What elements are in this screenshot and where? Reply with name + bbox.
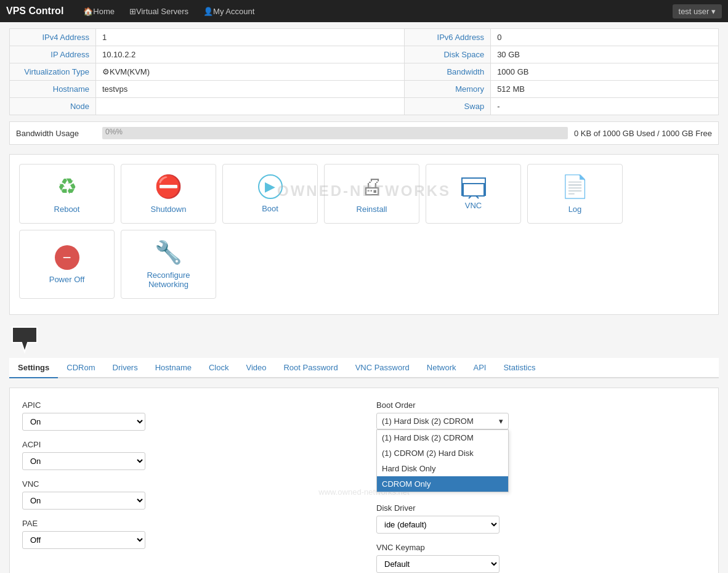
pae-select[interactable]: On Off bbox=[22, 531, 145, 549]
boot-option-cdrom-hd[interactable]: (1) CDROM (2) Hard Disk bbox=[377, 445, 508, 461]
ipv4-value: 1 bbox=[96, 29, 405, 46]
settings-tabs: Settings CDRom Drivers Hostname Clock Vi… bbox=[9, 358, 719, 378]
vnc-field-group: VNC On Off bbox=[22, 479, 352, 510]
boot-icon: ▶ bbox=[258, 174, 283, 199]
boot-order-container: (1) Hard Disk (2) CDROM ▾ (1) Hard Disk … bbox=[376, 413, 509, 429]
user-menu[interactable]: test user ▾ bbox=[673, 4, 722, 18]
tab-api[interactable]: API bbox=[464, 358, 495, 378]
table-row: Hostname testvps Memory 512 MB bbox=[10, 81, 719, 98]
main-content: IPv4 Address 1 IPv6 Address 0 IP Address… bbox=[0, 22, 728, 573]
reconfigure-network-icon: 🔧 bbox=[155, 240, 182, 266]
boot-order-chevron: ▾ bbox=[499, 417, 503, 426]
actions-panel: OWNED-NETWORKS ♻ Reboot ⛔ Shutdown ▶ Boo… bbox=[9, 154, 719, 315]
tab-root-password[interactable]: Root Password bbox=[275, 358, 346, 378]
nav-links: 🏠 Home ⊞ Virtual Servers 👤 My Account bbox=[76, 0, 672, 22]
tab-video[interactable]: Video bbox=[237, 358, 275, 378]
pae-field-group: PAE On Off bbox=[22, 519, 352, 549]
vnc-label: VNC bbox=[465, 201, 482, 210]
boot-order-label: Boot Order bbox=[376, 400, 706, 410]
reboot-icon: ♻ bbox=[57, 174, 77, 200]
nav-my-account[interactable]: 👤 My Account bbox=[196, 0, 262, 22]
memory-label: Memory bbox=[405, 81, 491, 98]
boot-option-cdrom-only[interactable]: CDROM Only bbox=[377, 476, 508, 492]
poweroff-label: Power Off bbox=[49, 275, 85, 284]
tab-cdrom[interactable]: CDRom bbox=[58, 358, 103, 378]
nav-virtual-servers[interactable]: ⊞ Virtual Servers bbox=[122, 0, 196, 22]
brand: VPS Control bbox=[6, 6, 63, 17]
bandwidth-bar-container: 0%% bbox=[102, 127, 568, 139]
actions-row-2: − Power Off 🔧 Reconfigure Networking bbox=[19, 230, 709, 299]
boot-order-selected-value: (1) Hard Disk (2) CDROM bbox=[382, 417, 474, 426]
vnc-icon bbox=[461, 177, 486, 196]
acpi-field-group: ACPI On Off bbox=[22, 440, 352, 470]
navbar: VPS Control 🏠 Home ⊞ Virtual Servers 👤 M… bbox=[0, 0, 728, 22]
tab-clock[interactable]: Clock bbox=[200, 358, 238, 378]
vnc-button[interactable]: VNC bbox=[426, 164, 521, 224]
log-button[interactable]: 📄 Log bbox=[527, 164, 623, 224]
vnc-select[interactable]: On Off bbox=[22, 492, 145, 510]
table-row: Virtualization Type ⚙KVM(KVM) Bandwidth … bbox=[10, 63, 719, 81]
acpi-select[interactable]: On Off bbox=[22, 452, 145, 470]
svg-rect-0 bbox=[463, 184, 484, 196]
boot-order-dropdown: (1) Hard Disk (2) CDROM (1) CDROM (2) Ha… bbox=[376, 429, 509, 492]
arrow-down-icon bbox=[9, 324, 40, 355]
vnc-keymap-field-group: VNC Keymap Default en-us en-gb de fr bbox=[376, 543, 706, 573]
apic-select[interactable]: On Off bbox=[22, 413, 145, 431]
bandwidth-usage-row: Bandwidth Usage 0%% 0 KB of 1000 GB Used… bbox=[9, 121, 719, 145]
shutdown-label: Shutdown bbox=[151, 205, 187, 214]
poweroff-icon: − bbox=[55, 245, 79, 270]
shutdown-icon: ⛔ bbox=[155, 174, 182, 200]
tab-hostname[interactable]: Hostname bbox=[147, 358, 200, 378]
tab-statistics[interactable]: Statistics bbox=[495, 358, 544, 378]
hostname-value: testvps bbox=[96, 81, 405, 98]
virt-label: Virtualization Type bbox=[10, 63, 96, 81]
memory-value: 512 MB bbox=[491, 81, 719, 98]
poweroff-button[interactable]: − Power Off bbox=[19, 230, 115, 299]
settings-inner: APIC On Off ACPI On Off VNC O bbox=[22, 400, 706, 573]
settings-left: APIC On Off ACPI On Off VNC O bbox=[22, 400, 352, 573]
reinstall-label: Reinstall bbox=[357, 205, 387, 214]
ipv6-value: 0 bbox=[491, 29, 719, 46]
bandwidth-value: 1000 GB bbox=[491, 63, 719, 81]
table-row: Node Swap - bbox=[10, 98, 719, 115]
arrow-down-wrapper bbox=[9, 324, 719, 355]
log-icon: 📄 bbox=[561, 174, 589, 200]
acpi-label: ACPI bbox=[22, 440, 352, 449]
boot-option-hd-only[interactable]: Hard Disk Only bbox=[377, 461, 508, 476]
reconfigure-label: Reconfigure Networking bbox=[134, 270, 203, 289]
disk-driver-field-group: Disk Driver ide (default) virtio scsi bbox=[376, 503, 706, 534]
table-row: IP Address 10.10.2.2 Disk Space 30 GB bbox=[10, 46, 719, 63]
node-label: Node bbox=[10, 98, 96, 115]
virt-value: ⚙KVM(KVM) bbox=[96, 63, 405, 81]
shutdown-button[interactable]: ⛔ Shutdown bbox=[121, 164, 216, 224]
boot-option-hd-cdrom[interactable]: (1) Hard Disk (2) CDROM bbox=[377, 430, 508, 445]
settings-panel: APIC On Off ACPI On Off VNC O bbox=[9, 388, 719, 573]
reboot-button[interactable]: ♻ Reboot bbox=[19, 164, 115, 224]
boot-button[interactable]: ▶ Boot bbox=[222, 164, 318, 224]
tab-drivers[interactable]: Drivers bbox=[104, 358, 147, 378]
tab-vnc-password[interactable]: VNC Password bbox=[347, 358, 418, 378]
nav-home[interactable]: 🏠 Home bbox=[76, 0, 122, 22]
table-row: IPv4 Address 1 IPv6 Address 0 bbox=[10, 29, 719, 46]
reconfigure-networking-button[interactable]: 🔧 Reconfigure Networking bbox=[121, 230, 216, 299]
boot-order-select-bar[interactable]: (1) Hard Disk (2) CDROM ▾ bbox=[376, 413, 509, 429]
vnc-settings-label: VNC bbox=[22, 479, 352, 489]
apic-field-group: APIC On Off bbox=[22, 400, 352, 431]
swap-value: - bbox=[491, 98, 719, 115]
reinstall-button[interactable]: 🖨 Reinstall bbox=[324, 164, 419, 224]
tab-settings[interactable]: Settings bbox=[9, 358, 58, 378]
reboot-label: Reboot bbox=[54, 205, 80, 214]
disk-driver-label: Disk Driver bbox=[376, 503, 706, 513]
log-label: Log bbox=[568, 205, 582, 214]
disk-driver-select[interactable]: ide (default) virtio scsi bbox=[376, 516, 499, 534]
vnc-keymap-select[interactable]: Default en-us en-gb de fr bbox=[376, 555, 499, 573]
svg-marker-3 bbox=[12, 327, 37, 352]
settings-right: Boot Order (1) Hard Disk (2) CDROM ▾ (1)… bbox=[376, 400, 706, 573]
diskspace-value: 30 GB bbox=[491, 46, 719, 63]
vnc-keymap-label: VNC Keymap bbox=[376, 543, 706, 552]
bandwidth-info-text: 0 KB of 1000 GB Used / 1000 GB Free bbox=[574, 129, 712, 138]
info-table: IPv4 Address 1 IPv6 Address 0 IP Address… bbox=[9, 28, 719, 115]
tab-network[interactable]: Network bbox=[418, 358, 465, 378]
boot-label: Boot bbox=[262, 204, 278, 213]
apic-label: APIC bbox=[22, 400, 352, 410]
